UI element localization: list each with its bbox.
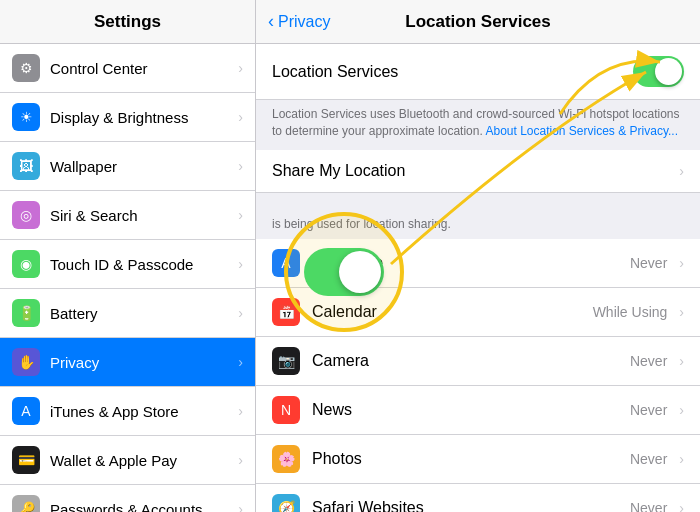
sidebar-chevron-battery: › [238, 305, 243, 321]
sidebar-chevron-wallpaper: › [238, 158, 243, 174]
news-app-status: Never [630, 402, 667, 418]
sidebar-item-label-privacy: Privacy [50, 354, 228, 371]
header: Settings ‹ Privacy Location Services [0, 0, 700, 44]
calendar-chevron-icon: › [679, 304, 684, 320]
touch-id-icon: ◉ [12, 250, 40, 278]
share-my-location-row[interactable]: Share My Location › [256, 150, 700, 193]
sidebar-title-text: Settings [94, 12, 161, 32]
sidebar-chevron-control-center: › [238, 60, 243, 76]
calendar-app-name: Calendar [312, 303, 581, 321]
news-app-icon: N [272, 396, 300, 424]
camera-app-status: Never [630, 353, 667, 369]
display-brightness-icon: ☀ [12, 103, 40, 131]
sidebar-item-label-touch-id: Touch ID & Passcode [50, 256, 228, 273]
sidebar-item-label-display-brightness: Display & Brightness [50, 109, 228, 126]
app-row-photos[interactable]: 🌸PhotosNever› [256, 435, 700, 484]
share-sub-text: is being used for location sharing. [256, 213, 700, 239]
siri-search-icon: ◎ [12, 201, 40, 229]
sidebar-item-control-center[interactable]: ⚙Control Center› [0, 44, 255, 93]
app-row-camera[interactable]: 📷CameraNever› [256, 337, 700, 386]
camera-app-icon: 📷 [272, 347, 300, 375]
page-title-text: Location Services [405, 12, 551, 31]
location-link-text: About Location Services & Privacy... [485, 124, 678, 138]
wallpaper-icon: 🖼 [12, 152, 40, 180]
back-button[interactable]: ‹ Privacy [256, 11, 330, 32]
location-privacy-link[interactable]: About Location Services & Privacy... [485, 124, 678, 138]
toggle-knob [655, 58, 682, 85]
calendar-app-icon: 📅 [272, 298, 300, 326]
news-chevron-icon: › [679, 402, 684, 418]
location-services-label: Location Services [272, 63, 633, 81]
sidebar-chevron-touch-id: › [238, 256, 243, 272]
share-my-location-label: Share My Location [272, 162, 679, 180]
safari-app-status: Never [630, 500, 667, 512]
sidebar-item-label-wallpaper: Wallpaper [50, 158, 228, 175]
wallet-icon: 💳 [12, 446, 40, 474]
sidebar-chevron-wallet: › [238, 452, 243, 468]
sidebar-item-itunes[interactable]: AiTunes & App Store› [0, 387, 255, 436]
location-services-row: Location Services [256, 44, 700, 100]
page-title: Location Services [405, 12, 551, 32]
sidebar-item-passwords[interactable]: 🔑Passwords & Accounts› [0, 485, 255, 512]
camera-chevron-icon: › [679, 353, 684, 369]
sidebar-item-label-siri-search: Siri & Search [50, 207, 228, 224]
itunes-icon: A [12, 397, 40, 425]
sidebar-item-battery[interactable]: 🔋Battery› [0, 289, 255, 338]
app-row-news[interactable]: NNewsNever› [256, 386, 700, 435]
sidebar-item-label-itunes: iTunes & App Store [50, 403, 228, 420]
control-center-icon: ⚙ [12, 54, 40, 82]
sidebar-chevron-display-brightness: › [238, 109, 243, 125]
share-chevron-icon: › [679, 163, 684, 179]
app-store-app-icon: A [272, 249, 300, 277]
sidebar-item-touch-id[interactable]: ◉Touch ID & Passcode› [0, 240, 255, 289]
sidebar-item-siri-search[interactable]: ◎Siri & Search› [0, 191, 255, 240]
sidebar-item-label-battery: Battery [50, 305, 228, 322]
sidebar-chevron-siri-search: › [238, 207, 243, 223]
app-row-app-store[interactable]: AApp StoreNever› [256, 239, 700, 288]
app-row-safari[interactable]: 🧭Safari WebsitesNever› [256, 484, 700, 512]
sidebar-item-display-brightness[interactable]: ☀Display & Brightness› [0, 93, 255, 142]
sidebar-item-label-wallet: Wallet & Apple Pay [50, 452, 228, 469]
back-chevron-icon: ‹ [268, 11, 274, 32]
photos-app-icon: 🌸 [272, 445, 300, 473]
safari-app-name: Safari Websites [312, 499, 618, 512]
sidebar-item-label-control-center: Control Center [50, 60, 228, 77]
app-store-app-status: Never [630, 255, 667, 271]
app-store-chevron-icon: › [679, 255, 684, 271]
back-label: Privacy [278, 13, 330, 31]
location-services-description: Location Services uses Bluetooth and cro… [256, 100, 700, 150]
privacy-icon: ✋ [12, 348, 40, 376]
sidebar-chevron-itunes: › [238, 403, 243, 419]
sidebar-item-privacy[interactable]: ✋Privacy› [0, 338, 255, 387]
sidebar-chevron-privacy: › [238, 354, 243, 370]
camera-app-name: Camera [312, 352, 618, 370]
content-area: Location Services Location Services uses… [256, 44, 700, 512]
sidebar: ⚙Control Center›☀Display & Brightness›🖼W… [0, 44, 256, 512]
photos-chevron-icon: › [679, 451, 684, 467]
sidebar-item-wallpaper[interactable]: 🖼Wallpaper› [0, 142, 255, 191]
news-app-name: News [312, 401, 618, 419]
calendar-app-status: While Using [593, 304, 668, 320]
sidebar-item-label-passwords: Passwords & Accounts [50, 501, 228, 513]
photos-app-name: Photos [312, 450, 618, 468]
app-row-calendar[interactable]: 📅CalendarWhile Using› [256, 288, 700, 337]
sidebar-item-wallet[interactable]: 💳Wallet & Apple Pay› [0, 436, 255, 485]
main-layout: ⚙Control Center›☀Display & Brightness›🖼W… [0, 44, 700, 512]
share-location-section: Share My Location › [256, 150, 700, 193]
sidebar-title: Settings [0, 0, 256, 43]
share-sub-text-label: is being used for location sharing. [272, 217, 451, 231]
sidebar-chevron-passwords: › [238, 501, 243, 512]
passwords-icon: 🔑 [12, 495, 40, 512]
safari-chevron-icon: › [679, 500, 684, 512]
photos-app-status: Never [630, 451, 667, 467]
location-services-toggle[interactable] [633, 56, 684, 87]
battery-icon: 🔋 [12, 299, 40, 327]
safari-app-icon: 🧭 [272, 494, 300, 512]
content-header: ‹ Privacy Location Services [256, 0, 700, 43]
app-list: AApp StoreNever›📅CalendarWhile Using›📷Ca… [256, 239, 700, 512]
app-store-app-name: App Store [312, 254, 618, 272]
